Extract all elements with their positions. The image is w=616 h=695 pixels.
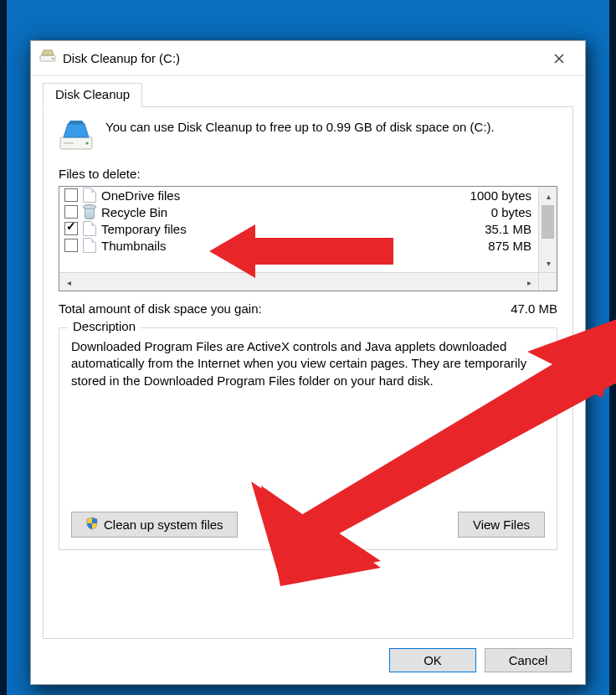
tab-panel: You can use Disk Cleanup to free up to 0… [43,106,573,639]
view-files-button[interactable]: View Files [458,512,545,538]
disk-cleanup-dialog: Disk Cleanup for (C:) Disk Cleanup You c… [30,40,586,685]
item-label: Temporary files [101,222,187,236]
file-icon [83,238,96,253]
list-item[interactable]: Temporary files 35.1 MB [59,220,538,237]
svg-marker-4 [64,124,89,137]
button-label: OK [424,653,442,667]
intro-row: You can use Disk Cleanup to free up to 0… [59,119,557,155]
total-label: Total amount of disk space you gain: [59,301,262,316]
files-to-delete-label: Files to delete: [59,167,557,181]
description-legend: Description [68,319,141,333]
file-icon [83,221,96,236]
total-row: Total amount of disk space you gain: 47.… [59,301,557,316]
drive-icon [59,119,94,155]
item-size: 0 bytes [491,205,533,219]
svg-point-6 [85,142,88,144]
item-checkbox[interactable] [64,188,78,202]
titlebar: Disk Cleanup for (C:) [31,41,585,76]
scroll-thumb[interactable] [542,205,554,239]
total-value: 47.0 MB [511,301,557,316]
shield-icon [85,517,99,533]
recycle-bin-icon [83,204,96,219]
list-item[interactable]: Recycle Bin 0 bytes [59,203,538,220]
files-list[interactable]: OneDrive files 1000 bytes Recycle Bin 0 … [59,187,538,272]
list-item[interactable]: OneDrive files 1000 bytes [59,187,538,203]
drive-icon [39,49,56,67]
button-label: View Files [473,517,530,532]
svg-rect-7 [64,142,74,144]
tab-disk-cleanup[interactable]: Disk Cleanup [43,83,142,107]
dialog-buttons: OK Cancel [389,648,572,672]
clean-system-files-button[interactable]: Clean up system files [71,512,238,538]
item-label: OneDrive files [101,188,180,203]
item-label: Thumbnails [101,239,167,253]
item-checkbox[interactable] [64,205,78,219]
item-size: 875 MB [488,239,533,253]
vertical-scrollbar[interactable]: ▴ ▾ [538,187,557,272]
button-label: Cancel [509,653,548,667]
cancel-button[interactable]: Cancel [485,648,572,672]
tab-strip: Disk Cleanup [31,76,585,107]
item-checkbox[interactable] [64,239,78,252]
scroll-right-icon[interactable]: ▸ [520,273,538,291]
files-listbox: OneDrive files 1000 bytes Recycle Bin 0 … [59,186,557,291]
description-text: Downloaded Program Files are ActiveX con… [71,338,545,389]
horizontal-scrollbar[interactable]: ◂ ▸ [59,272,557,291]
item-checkbox[interactable] [64,222,78,235]
svg-marker-1 [42,50,54,55]
window-title: Disk Cleanup for (C:) [63,51,180,65]
item-label: Recycle Bin [101,205,167,219]
file-icon [83,188,96,203]
svg-marker-5 [68,121,85,124]
item-size: 35.1 MB [485,222,533,236]
item-size: 1000 bytes [470,188,533,203]
svg-point-2 [52,58,54,59]
scroll-up-icon[interactable]: ▴ [539,187,557,205]
ok-button[interactable]: OK [389,648,476,672]
scroll-down-icon[interactable]: ▾ [539,254,557,272]
list-item[interactable]: Thumbnails 875 MB [59,237,538,254]
scroll-left-icon[interactable]: ◂ [59,273,78,291]
description-groupbox: Description Downloaded Program Files are… [59,327,557,550]
intro-text: You can use Disk Cleanup to free up to 0… [105,119,495,155]
close-button[interactable] [536,41,582,75]
button-label: Clean up system files [104,517,223,532]
